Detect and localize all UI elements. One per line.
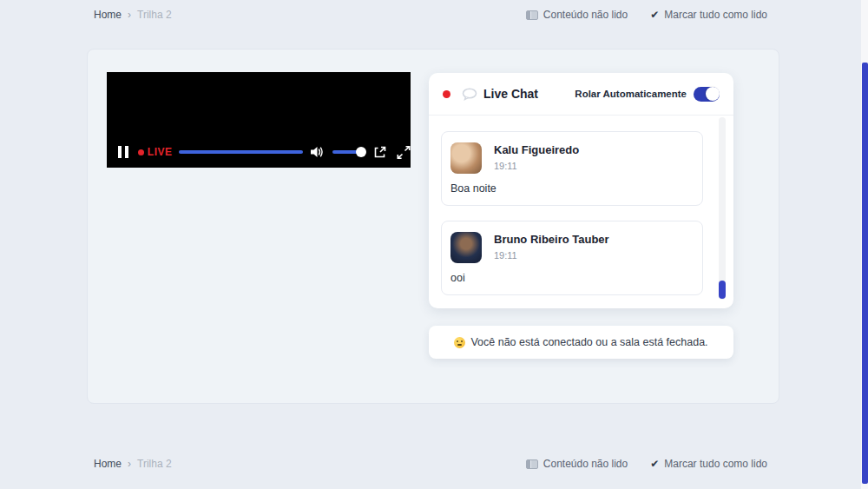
unread-content-label: Conteúdo não lido <box>543 458 628 470</box>
player-controls: LIVE <box>107 142 411 162</box>
check-icon: ✔ <box>650 9 659 21</box>
bottom-bar-actions: Conteúdo não lido ✔ Marcar tudo como lid… <box>526 458 767 470</box>
bottom-bar: Home › Trilha 2 Conteúdo não lido ✔ Marc… <box>94 455 767 472</box>
notice-text: Você não está conectado ou a sala está f… <box>470 336 707 348</box>
chat-bubble-icon <box>462 88 477 101</box>
mark-all-read-button[interactable]: ✔ Marcar tudo como lido <box>650 9 767 21</box>
chat-message: Kalu Figueiredo 19:11 Boa noite <box>441 131 703 206</box>
live-dot-icon <box>138 149 144 155</box>
volume-knob[interactable] <box>356 147 366 157</box>
popout-icon[interactable] <box>373 146 386 159</box>
breadcrumb: Home › Trilha 2 <box>94 458 172 470</box>
cards-icon <box>526 459 538 469</box>
connection-notice: Você não está conectado ou a sala está f… <box>429 326 733 359</box>
breadcrumb: Home › Trilha 2 <box>94 9 172 21</box>
chat-scrollbar-thumb[interactable] <box>719 281 726 299</box>
live-indicator: LIVE <box>138 146 173 158</box>
page-scrollbar-track[interactable] <box>861 0 868 489</box>
video-player[interactable]: LIVE <box>107 72 411 168</box>
mark-all-read-label: Marcar tudo como lido <box>664 458 767 470</box>
top-bar-actions: Conteúdo não lido ✔ Marcar tudo como lid… <box>526 9 767 21</box>
live-chat-panel: Live Chat Rolar Automaticamente Kalu Fig… <box>429 73 733 308</box>
unread-content-button[interactable]: Conteúdo não lido <box>526 458 628 470</box>
message-time: 19:11 <box>494 250 517 261</box>
top-bar: Home › Trilha 2 Conteúdo não lido ✔ Marc… <box>94 6 767 23</box>
autoscroll-label: Rolar Automaticamente <box>575 89 687 99</box>
chat-message: Bruno Ribeiro Tauber 19:11 ooi <box>441 221 703 295</box>
confused-face-emoji-icon <box>454 337 465 348</box>
breadcrumb-home-link[interactable]: Home <box>94 458 122 470</box>
volume-slider[interactable] <box>332 150 361 154</box>
mark-all-read-button[interactable]: ✔ Marcar tudo como lido <box>650 458 767 470</box>
chat-title: Live Chat <box>483 87 538 101</box>
cards-icon <box>526 10 538 20</box>
unread-content-label: Conteúdo não lido <box>543 9 628 21</box>
pause-icon[interactable] <box>118 146 128 158</box>
message-time: 19:11 <box>494 161 517 171</box>
live-status-dot-icon <box>443 90 450 98</box>
avatar <box>450 232 482 263</box>
breadcrumb-current: Trilha 2 <box>137 458 172 470</box>
message-text: ooi <box>450 272 465 284</box>
chat-scrollbar-track[interactable] <box>719 117 726 300</box>
page-scrollbar-thumb[interactable] <box>862 63 868 484</box>
avatar <box>450 142 482 174</box>
live-label: LIVE <box>148 146 173 158</box>
mark-all-read-label: Marcar tudo como lido <box>664 9 767 21</box>
breadcrumb-separator-icon: › <box>128 458 131 470</box>
chat-message-list[interactable]: Kalu Figueiredo 19:11 Boa noite Bruno Ri… <box>429 116 733 307</box>
toggle-knob <box>706 87 720 101</box>
message-text: Boa noite <box>450 182 496 195</box>
speaker-icon[interactable] <box>311 146 326 158</box>
fullscreen-icon[interactable] <box>397 146 411 159</box>
unread-content-button[interactable]: Conteúdo não lido <box>526 9 628 21</box>
chat-header: Live Chat Rolar Automaticamente <box>429 73 733 116</box>
autoscroll-toggle[interactable] <box>694 87 720 102</box>
breadcrumb-current: Trilha 2 <box>137 9 172 21</box>
message-author: Kalu Figueiredo <box>494 143 579 156</box>
breadcrumb-separator-icon: › <box>128 9 131 21</box>
progress-bar[interactable] <box>179 150 304 154</box>
message-author: Bruno Ribeiro Tauber <box>494 233 609 246</box>
breadcrumb-home-link[interactable]: Home <box>94 9 122 21</box>
check-icon: ✔ <box>650 458 659 470</box>
